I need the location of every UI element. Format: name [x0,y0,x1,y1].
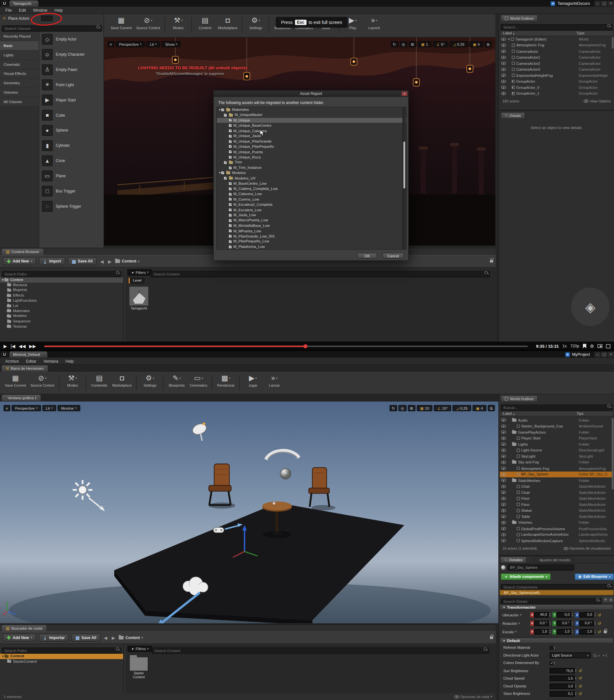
asset-tree-row[interactable]: ▾ M_MarcoPuerta_Low [217,218,406,223]
transform-row[interactable]: Rotación▾ X0,0 °▲▼ Y0,0 °▲▼ Z0,0 °▲▼ ↺ [500,619,613,627]
reset-icon[interactable]: ↺ [598,621,601,625]
outliner-row[interactable]: ▾ Starter_Background_Cue AmbientSound [500,423,613,429]
snap-value-button[interactable]: 10° [434,405,451,411]
menu-item[interactable]: Editar [22,358,40,364]
filters-button[interactable]: ▼Filters▾ [128,269,152,275]
visibility-eye-icon[interactable] [501,418,506,422]
folder-tree-row[interactable]: Materiales [0,309,123,314]
checkbox[interactable] [223,161,227,164]
place-actors-category[interactable]: Visual Effects [0,70,39,79]
grid-toggle-icon[interactable] [409,41,416,47]
asset-tree-row[interactable]: ▾ M_Unique_PilarGrande [217,139,406,144]
outliner-row[interactable]: ▾ Lights Folder [500,441,613,447]
breadcrumb[interactable]: Content▸ [119,636,143,640]
reset-icon[interactable]: ↺ [578,691,581,696]
spinner[interactable]: ▲▼ [575,669,577,673]
property-row[interactable]: Cloud Speed 1,5▾ ⤶＋ 1,5 ▲▼ ↺ [500,675,613,683]
folder-tree-row[interactable]: Content [0,654,123,659]
viewport-mode-button[interactable]: Lit▾ [146,41,160,47]
outliner-row[interactable]: ▾ Atmospheric Fog AtmosphericFog [500,465,613,472]
dropdown[interactable]: Light Source▾ [550,653,591,659]
place-actor-item[interactable]: ☀ Point Light [39,77,103,92]
checkbox[interactable] [228,155,232,159]
outliner-search-input[interactable] [501,404,613,411]
expander-icon[interactable] [0,304,7,308]
visibility-eye-icon[interactable] [501,467,506,470]
outliner-row[interactable]: ▾ Chair StaticMeshActor [500,489,613,496]
outliner-row[interactable]: ▾ StaticMeshes Folder [500,477,613,484]
play-button[interactable]: ▶ [3,343,7,348]
toolbar-button[interactable]: ⊘▾ Source Control [28,373,56,389]
toolbar-button[interactable]: »▾ Lanzar [264,373,285,389]
rewind-button[interactable]: ◀◀ [19,343,26,348]
close-button[interactable]: × [607,352,614,357]
checkbox[interactable] [228,203,232,207]
outliner-row[interactable]: ▾ SkyLight SkyLight [500,453,613,460]
checkbox[interactable] [228,213,232,217]
outliner-row[interactable]: ▾ Light Source DirectionalLight [500,447,613,453]
filters-button[interactable]: ▼Filtros▾ [128,646,152,652]
transform-row[interactable]: Ubicación▾ X40,0▲▼ Y0,0▲▼ Z0,0▲▼ ↺ [500,611,613,619]
toolbar-button[interactable]: ▤▾ Content [194,15,216,31]
place-actors-category[interactable]: All Classes [0,97,39,107]
content-browser-tab[interactable]: ▧ Buscador de conte [2,625,47,631]
visibility-eye-icon[interactable] [501,80,506,83]
number-field[interactable]: 1,5 [550,676,575,681]
visibility-eye-icon[interactable] [501,50,506,53]
outliner-row[interactable]: ▾ ExponentialHeightFog ExponentialHeigh [500,72,613,78]
checkbox[interactable] [228,219,232,222]
place-actor-item[interactable]: ◇ Empty Actor [39,32,103,47]
visibility-eye-icon[interactable] [501,455,506,458]
spinner[interactable]: ▲▼ [553,646,555,649]
asset-tree-row[interactable]: ▾ M_Plataforma_Low [217,244,406,249]
visibility-eye-icon[interactable] [501,425,506,428]
expander-icon[interactable]: ▾ [507,80,512,83]
snap-value-button[interactable]: 4 [469,41,483,47]
outliner-row[interactable]: ▾ SphereReflectionCapture SphereReflecti… [500,538,613,544]
place-actors-category[interactable]: Lights [0,51,39,60]
close-button[interactable]: × [607,1,614,6]
expander-icon[interactable]: ▾ [507,418,512,422]
bookmark-icon[interactable] [583,344,587,348]
menu-item[interactable]: Archivo [2,358,22,364]
project-tab[interactable]: Tamagochi [9,0,39,7]
maximize-button[interactable]: ▢ [601,1,607,6]
world-settings-tab[interactable]: Ajustes del mundo [534,557,574,563]
place-actor-item[interactable]: ◌ Sphere Trigger [39,199,103,214]
number-field[interactable]: 0,1 [550,691,575,697]
fullscreen-icon[interactable] [606,344,611,348]
visibility-eye-icon[interactable] [501,509,506,512]
toolbar-button[interactable]: ◘▾ Marketplace [110,373,134,389]
expander-icon[interactable] [0,278,4,282]
checkbox[interactable] [228,135,232,138]
dialog-titlebar[interactable]: Asset Report × [214,91,408,97]
progress-knob[interactable] [304,344,308,348]
add-new-button[interactable]: ✚Add New▾ [3,634,36,642]
asset-tree-row[interactable]: ▾ M_PilarPequeño_Low [217,239,406,244]
maximize-button[interactable]: ▢ [601,352,607,357]
content-browser-tab[interactable]: ▧ Content Browser [2,249,43,255]
toolbar-button[interactable]: ⊘▾ Source Control [134,15,162,31]
checkbox[interactable] [228,145,232,148]
snap-value-button[interactable]: 5° [433,41,448,47]
reset-icon[interactable]: ↺ [578,676,581,681]
visibility-eye-icon[interactable] [501,515,506,518]
checkbox[interactable] [228,124,232,127]
visibility-eye-icon[interactable] [501,473,506,476]
visibility-eye-icon[interactable] [501,521,506,524]
checkbox[interactable] [223,177,227,180]
folder-tree-row[interactable]: Effects [0,293,123,298]
outliner-row[interactable]: ▾ Player Start PlayerStart [500,435,613,441]
asset-tree-row[interactable]: ▾ M_Cuerno_Low [217,197,406,202]
visibility-eye-icon[interactable] [501,431,506,434]
transform-row[interactable]: Escala▾ X1,0▲▼ Y1,0▲▼ Z1,0▲▼ ↺ [500,627,613,636]
search-paths-input[interactable] [2,648,121,654]
lock-icon[interactable] [604,630,607,633]
visibility-eye-icon[interactable] [501,485,506,488]
minimize-button[interactable]: – [594,352,601,357]
place-actors-category[interactable]: Basic [0,41,39,51]
transform-cycle-icon[interactable] [391,41,398,47]
visibility-eye-icon[interactable] [501,539,506,542]
checkbox[interactable] [228,129,232,133]
asset-tree-row[interactable]: ▾ M_Cadena_Completa_Low [217,186,406,191]
